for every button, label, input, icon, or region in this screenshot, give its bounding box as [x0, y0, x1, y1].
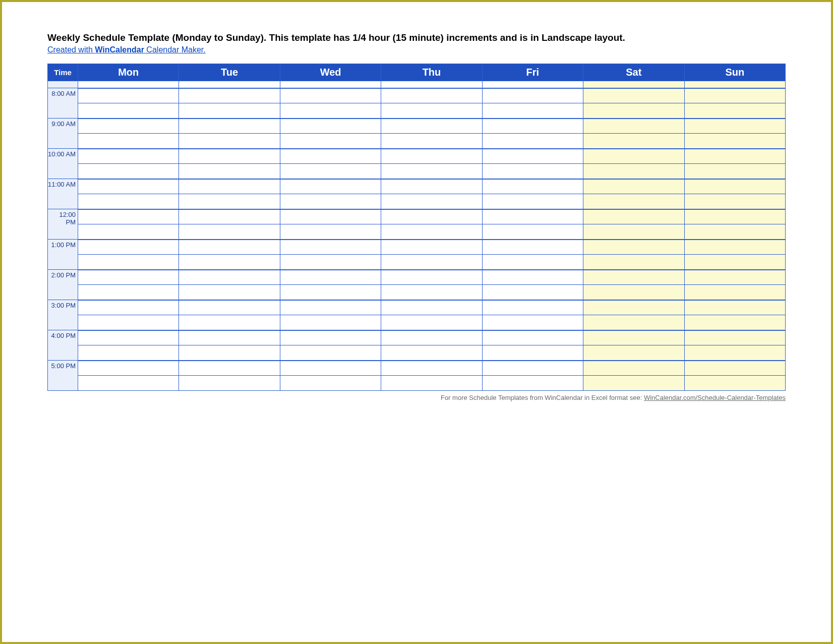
schedule-cell[interactable]	[583, 224, 684, 240]
schedule-cell[interactable]	[280, 88, 381, 103]
schedule-cell[interactable]	[179, 119, 280, 134]
schedule-cell[interactable]	[482, 179, 583, 194]
schedule-cell[interactable]	[179, 345, 280, 361]
schedule-cell[interactable]	[583, 179, 684, 194]
schedule-cell[interactable]	[179, 179, 280, 194]
schedule-cell[interactable]	[381, 300, 482, 315]
schedule-cell[interactable]	[179, 224, 280, 240]
schedule-cell[interactable]	[684, 345, 785, 361]
schedule-cell[interactable]	[684, 194, 785, 209]
schedule-cell[interactable]	[179, 149, 280, 164]
schedule-cell[interactable]	[78, 315, 179, 330]
schedule-cell[interactable]	[583, 88, 684, 103]
schedule-cell[interactable]	[684, 88, 785, 103]
schedule-cell[interactable]	[280, 194, 381, 209]
schedule-cell[interactable]	[583, 361, 684, 376]
schedule-cell[interactable]	[280, 224, 381, 240]
schedule-cell[interactable]	[179, 270, 280, 285]
schedule-cell[interactable]	[280, 270, 381, 285]
schedule-cell[interactable]	[482, 255, 583, 270]
schedule-cell[interactable]	[280, 255, 381, 270]
schedule-cell[interactable]	[78, 209, 179, 224]
footer-link[interactable]: WinCalendar.com/Schedule-Calendar-Templa…	[644, 394, 786, 401]
schedule-cell[interactable]	[179, 330, 280, 345]
schedule-cell[interactable]	[280, 209, 381, 224]
schedule-cell[interactable]	[482, 209, 583, 224]
schedule-cell[interactable]	[684, 361, 785, 376]
schedule-cell[interactable]	[583, 194, 684, 209]
schedule-cell[interactable]	[583, 345, 684, 361]
schedule-cell[interactable]	[381, 103, 482, 119]
schedule-cell[interactable]	[684, 164, 785, 179]
schedule-cell[interactable]	[583, 164, 684, 179]
schedule-cell[interactable]	[280, 119, 381, 134]
schedule-cell[interactable]	[482, 330, 583, 345]
schedule-cell[interactable]	[381, 119, 482, 134]
schedule-cell[interactable]	[684, 240, 785, 255]
schedule-cell[interactable]	[482, 134, 583, 149]
schedule-cell[interactable]	[381, 164, 482, 179]
schedule-cell[interactable]	[78, 255, 179, 270]
schedule-cell[interactable]	[583, 119, 684, 134]
schedule-cell[interactable]	[583, 315, 684, 330]
schedule-cell[interactable]	[280, 149, 381, 164]
schedule-cell[interactable]	[583, 149, 684, 164]
credit-link[interactable]: Created with WinCalendar Calendar Maker.	[47, 45, 206, 54]
schedule-cell[interactable]	[381, 330, 482, 345]
schedule-cell[interactable]	[583, 270, 684, 285]
schedule-cell[interactable]	[684, 300, 785, 315]
schedule-cell[interactable]	[280, 103, 381, 119]
schedule-cell[interactable]	[179, 285, 280, 300]
schedule-cell[interactable]	[583, 240, 684, 255]
schedule-cell[interactable]	[179, 376, 280, 391]
schedule-cell[interactable]	[280, 300, 381, 315]
schedule-cell[interactable]	[381, 361, 482, 376]
schedule-cell[interactable]	[78, 164, 179, 179]
schedule-cell[interactable]	[381, 88, 482, 103]
schedule-cell[interactable]	[280, 361, 381, 376]
schedule-cell[interactable]	[482, 224, 583, 240]
schedule-cell[interactable]	[381, 179, 482, 194]
schedule-cell[interactable]	[684, 149, 785, 164]
schedule-cell[interactable]	[381, 224, 482, 240]
schedule-cell[interactable]	[381, 194, 482, 209]
schedule-cell[interactable]	[583, 330, 684, 345]
schedule-cell[interactable]	[684, 315, 785, 330]
schedule-cell[interactable]	[179, 255, 280, 270]
schedule-cell[interactable]	[179, 361, 280, 376]
schedule-cell[interactable]	[78, 224, 179, 240]
schedule-cell[interactable]	[179, 88, 280, 103]
schedule-cell[interactable]	[179, 300, 280, 315]
schedule-cell[interactable]	[684, 179, 785, 194]
schedule-cell[interactable]	[482, 345, 583, 361]
schedule-cell[interactable]	[684, 119, 785, 134]
schedule-cell[interactable]	[280, 315, 381, 330]
schedule-cell[interactable]	[280, 285, 381, 300]
schedule-cell[interactable]	[381, 149, 482, 164]
schedule-cell[interactable]	[684, 270, 785, 285]
schedule-cell[interactable]	[583, 134, 684, 149]
schedule-cell[interactable]	[482, 88, 583, 103]
schedule-cell[interactable]	[179, 194, 280, 209]
schedule-cell[interactable]	[381, 255, 482, 270]
schedule-cell[interactable]	[482, 361, 583, 376]
schedule-cell[interactable]	[78, 194, 179, 209]
schedule-cell[interactable]	[583, 300, 684, 315]
schedule-cell[interactable]	[280, 179, 381, 194]
schedule-cell[interactable]	[482, 315, 583, 330]
schedule-cell[interactable]	[381, 285, 482, 300]
schedule-cell[interactable]	[381, 315, 482, 330]
schedule-cell[interactable]	[280, 345, 381, 361]
schedule-cell[interactable]	[684, 330, 785, 345]
schedule-cell[interactable]	[482, 376, 583, 391]
schedule-cell[interactable]	[583, 255, 684, 270]
schedule-cell[interactable]	[179, 315, 280, 330]
schedule-cell[interactable]	[179, 209, 280, 224]
schedule-cell[interactable]	[482, 240, 583, 255]
schedule-cell[interactable]	[583, 103, 684, 119]
schedule-cell[interactable]	[482, 149, 583, 164]
schedule-cell[interactable]	[78, 285, 179, 300]
schedule-cell[interactable]	[381, 376, 482, 391]
schedule-cell[interactable]	[381, 240, 482, 255]
schedule-cell[interactable]	[78, 330, 179, 345]
